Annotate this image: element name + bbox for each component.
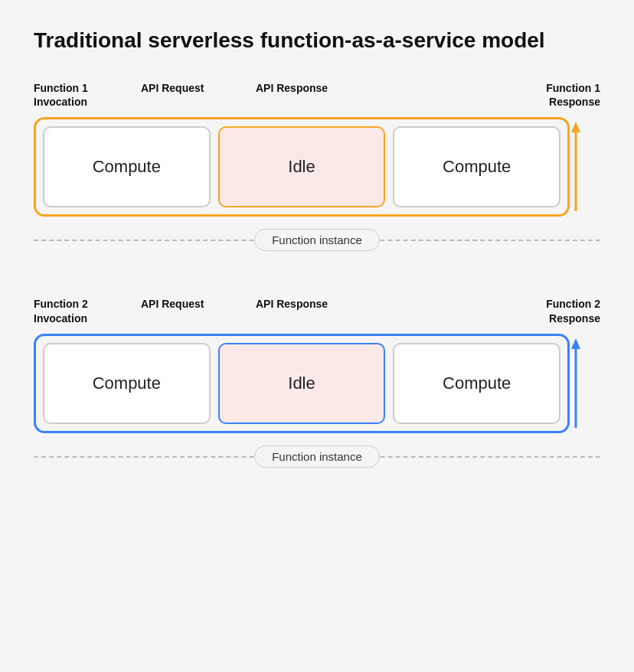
- dashed-line-row-2: Function instance: [34, 445, 600, 468]
- section-gap: [34, 276, 600, 297]
- page-title: Traditional serverless function-as-a-ser…: [34, 28, 600, 54]
- function-instance-badge-2: Function instance: [254, 445, 380, 468]
- page: Traditional serverless function-as-a-ser…: [0, 0, 634, 672]
- compute-box-2a: Compute: [43, 343, 211, 424]
- flow-container-1: Compute Idle Compute: [34, 117, 600, 217]
- label-invocation-1: Function 1Invocation: [34, 81, 133, 110]
- labels-row-2: Function 2Invocation API Request API Res…: [34, 297, 600, 326]
- label-api-response-2: API Response: [256, 297, 409, 312]
- label-response-2: Function 2Response: [409, 297, 600, 326]
- arrow-right-1: [568, 116, 600, 218]
- label-invocation-2: Function 2Invocation: [34, 297, 133, 326]
- svg-marker-3: [571, 338, 580, 349]
- boxes-row-2: Compute Idle Compute: [43, 343, 560, 424]
- idle-box-1: Idle: [218, 126, 386, 207]
- svg-marker-1: [571, 122, 580, 132]
- label-response-1: Function 1Response: [409, 81, 600, 110]
- arrow-right-2: [568, 332, 600, 435]
- label-api-request-2: API Request: [141, 297, 256, 312]
- idle-box-2: Idle: [218, 343, 386, 424]
- compute-box-1a: Compute: [43, 126, 211, 207]
- diagram-section-2: Function 2Invocation API Request API Res…: [34, 297, 600, 468]
- labels-row-1: Function 1Invocation API Request API Res…: [34, 81, 600, 110]
- compute-box-2b: Compute: [393, 343, 560, 424]
- diagram-section-1: Function 1Invocation API Request API Res…: [34, 81, 600, 252]
- flow-container-2: Compute Idle Compute: [34, 334, 600, 433]
- function-instance-badge-1: Function instance: [254, 229, 380, 251]
- dashed-line-row-1: Function instance: [34, 229, 600, 251]
- boxes-row-1: Compute Idle Compute: [43, 126, 560, 207]
- label-api-response-1: API Response: [256, 81, 409, 96]
- label-api-request-1: API Request: [141, 81, 256, 96]
- compute-box-1b: Compute: [393, 126, 560, 207]
